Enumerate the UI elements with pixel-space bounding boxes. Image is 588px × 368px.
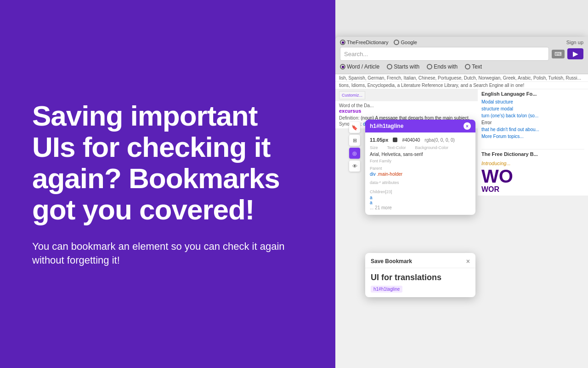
introducing-text: Introducing... [481, 161, 511, 166]
radio-options-row: Word / Article Starts with Ends with Tex… [340, 63, 583, 71]
font-family: Arial, Helvetica, sans-serif [370, 152, 423, 157]
radio-word-dot [340, 64, 345, 69]
search-input-wrap[interactable]: Search... [340, 47, 549, 61]
radio-text-dot [465, 64, 470, 69]
parent-selector: div .main-holder [370, 172, 471, 177]
bookmark-toolbar-icon[interactable]: 🔖 [349, 122, 360, 133]
inspector-header: h1#h1tagline × [365, 120, 475, 132]
color-dot [393, 138, 397, 142]
parent-label: Parent [370, 166, 471, 171]
radio-ends-label: Ends with [434, 63, 458, 70]
parent-tag: div [370, 172, 376, 177]
word-big: WO [481, 167, 584, 185]
child-link-2[interactable]: a [370, 200, 471, 205]
radio-text[interactable]: Text [465, 63, 482, 70]
size-info: 11.05px #404040 rgba(0, 0, 0, 0) [370, 137, 471, 143]
sign-up-text[interactable]: Sign up [566, 40, 583, 45]
lang-bar: lish, Spanish, German, French, Italian, … [335, 74, 588, 82]
forum-links: Modal structure structure modal turn (on… [481, 98, 584, 140]
wotd-label: Word of the Da... [339, 103, 474, 108]
search-go-button[interactable]: ▶ [567, 48, 583, 59]
left-panel: Saving important UIs for checking it aga… [0, 0, 335, 368]
children-label: Children[23] [370, 190, 471, 194]
color-rgba: rgba(0, 0, 0, 0) [424, 138, 455, 143]
radio-word-label: Word / Article [347, 63, 379, 70]
tag-toolbar-icon[interactable]: ⊞ [349, 135, 360, 146]
target-toolbar-icon[interactable]: ◎ [349, 148, 360, 159]
sub-text: You can bookmark an element so you can c… [32, 240, 308, 268]
color-hex: #404040 [402, 138, 420, 143]
keyboard-button[interactable]: ⌨ [552, 50, 565, 58]
parent-class: .main-holder [377, 172, 403, 177]
radio-text-label: Text [472, 63, 482, 70]
tools-bar-text: tions, Idioms, Encyclopedia, a Literatur… [339, 83, 524, 88]
right-column: English Language Fo... Modal structure s… [478, 89, 588, 196]
radio-ends-dot [427, 64, 432, 69]
search-bar-row: Search... ⌨ ▶ [340, 47, 583, 61]
bookmark-body: UI for translations h1#h1tagline [365, 268, 475, 297]
bookmark-close-button[interactable]: × [466, 258, 470, 265]
def-label: Definition: [339, 115, 359, 121]
inspector-panel: h1#h1tagline × 11.05px #404040 rgba(0, 0… [365, 120, 475, 215]
prop-text-color-label: Text-Color [387, 145, 406, 150]
inspector-title: h1#h1tagline [370, 123, 403, 129]
prop-row: Size Text-Color Background-Color [370, 145, 471, 150]
bookmark-header-title: Save Bookmark [371, 258, 412, 264]
forum-link-4[interactable]: that he didn't find out abou... [481, 126, 584, 133]
main-heading: Saving important UIs for checking it aga… [32, 100, 308, 226]
bookmark-title: UI for translations [371, 273, 470, 282]
lang-bar-text: lish, Spanish, German, French, Italian, … [339, 75, 581, 80]
bookmark-panel: Save Bookmark × UI for translations h1#h… [365, 253, 475, 297]
inspector-toolbar: 🔖 ⊞ ◎ 👁 [349, 122, 360, 172]
radio-word-article[interactable]: Word / Article [340, 63, 379, 70]
browser-mockup: TheFreeDictionary Google Sign up Search.… [335, 37, 588, 368]
radio-starts-with[interactable]: Starts with [387, 63, 419, 70]
child-link-1[interactable]: a [370, 195, 471, 200]
prop-bg-color-label: Background-Color [415, 145, 449, 150]
data-attrs-label: data-* attributes [370, 180, 471, 185]
forum-section-title: English Language Fo... [481, 91, 584, 97]
forum-link-5[interactable]: More Forum topics... [481, 133, 584, 140]
radio-google-dot [394, 40, 399, 45]
tools-bar: tions, Idioms, Encyclopedia, a Literatur… [335, 82, 588, 89]
forum-error: Error [481, 119, 584, 126]
more-link: ... 21 more [370, 205, 392, 210]
radio-ends-with[interactable]: Ends with [427, 63, 458, 70]
site-radio-google[interactable]: Google [394, 40, 417, 45]
font-info: Arial, Helvetica, sans-serif [370, 152, 471, 157]
radio-starts-dot [387, 64, 392, 69]
forum-link-0[interactable]: Modal structure [481, 98, 584, 105]
site-radio-google-label: Google [401, 40, 417, 45]
site-radio-group: TheFreeDictionary Google [340, 40, 417, 45]
font-label: Font Family [370, 159, 471, 163]
radio-tfd-dot [340, 40, 345, 45]
browser-toolbar: TheFreeDictionary Google Sign up Search.… [335, 37, 588, 74]
size-px: 11.05px [370, 137, 388, 143]
word-link[interactable]: excursus [339, 108, 361, 114]
prop-size-label: Size [370, 145, 378, 150]
word-sub: WOR [481, 185, 584, 194]
toolbar-row1: TheFreeDictionary Google Sign up [340, 40, 583, 45]
forum-link-1[interactable]: structure modal [481, 105, 584, 112]
eye-toolbar-icon[interactable]: 👁 [349, 161, 360, 172]
customize-bar: Customiz... [339, 91, 365, 99]
inspector-close-button[interactable]: × [464, 122, 471, 130]
site-radio-tfd[interactable]: TheFreeDictionary [340, 40, 388, 45]
customize-text: Customiz... [342, 93, 362, 98]
site-radio-tfd-label: TheFreeDictionary [347, 40, 388, 45]
right-panel: TheFreeDictionary Google Sign up Search.… [335, 0, 588, 368]
inspector-body: 11.05px #404040 rgba(0, 0, 0, 0) Size Te… [365, 132, 475, 215]
forum-link-2[interactable]: turn (one's) back to/on (so... [481, 112, 584, 119]
bookmark-selector: h1#h1tagline [371, 286, 402, 293]
search-placeholder: Search... [344, 51, 368, 58]
bookmark-header: Save Bookmark × [365, 253, 475, 268]
radio-starts-label: Starts with [394, 63, 419, 70]
tfd-label: The Free Dictionary B... [481, 149, 584, 157]
